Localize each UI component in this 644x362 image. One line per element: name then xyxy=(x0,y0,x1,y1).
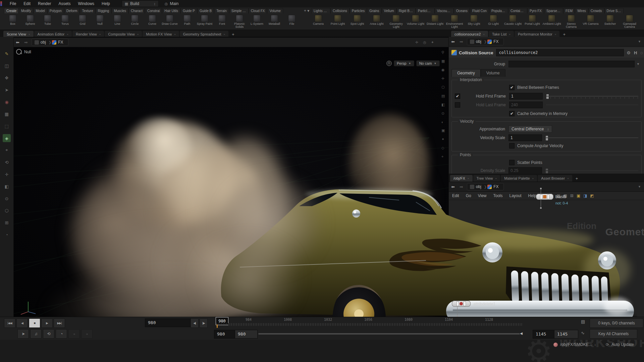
shelf-tab[interactable]: Guide P xyxy=(180,8,197,13)
close-icon[interactable]: × xyxy=(99,33,101,36)
desktop-selector[interactable]: ▦ Build ↕ xyxy=(122,0,159,7)
close-icon[interactable]: × xyxy=(468,177,469,180)
shelf-tab[interactable]: Model xyxy=(33,8,47,13)
pane-tab[interactable]: Asset Browser× xyxy=(538,175,572,182)
group-field[interactable] xyxy=(508,61,635,67)
pane-tab[interactable]: collisionsource2× xyxy=(451,31,488,38)
pane-tab[interactable]: Composite View× xyxy=(105,31,142,38)
keys-status-button[interactable]: 0 keys, 0/0 channels xyxy=(590,318,643,328)
help-icon[interactable]: H xyxy=(634,50,637,55)
shelf-tool[interactable]: Caustic Light xyxy=(503,14,523,28)
shelf-tool[interactable]: Switcher xyxy=(600,14,620,28)
viewport-toolbar-icon[interactable]: ▤ xyxy=(441,94,445,98)
shelf-tab[interactable]: Particle Fl xyxy=(416,8,435,13)
palette-icon[interactable]: ◩ xyxy=(590,193,594,198)
viewport-toolbar-icon[interactable]: ◉ xyxy=(441,68,445,72)
forward-icon[interactable]: ➡ xyxy=(457,184,466,189)
toolbar-icon[interactable]: ◧ xyxy=(3,182,11,190)
pane-tab[interactable]: Scene View× xyxy=(3,31,34,38)
viewport-toolbar-icon[interactable]: ◐ xyxy=(441,120,445,124)
notes-icon[interactable]: ▣ xyxy=(577,193,580,198)
audio-icon[interactable]: ♫ xyxy=(30,329,42,339)
breadcrumb-fx[interactable]: FX xyxy=(51,40,66,45)
breadcrumb-obj[interactable]: obj xyxy=(469,184,484,189)
network-menu-item[interactable]: Layout xyxy=(506,193,525,199)
approximation-dropdown[interactable]: Central Difference↕ xyxy=(508,125,552,133)
shelf-tool[interactable]: Circle xyxy=(126,14,144,28)
network-menu-item[interactable]: Edit xyxy=(449,193,463,199)
playback-start-field[interactable]: 980 xyxy=(235,330,258,339)
pin-icon[interactable]: ✛ xyxy=(413,40,421,45)
chevron-down-icon[interactable]: ▼ xyxy=(638,40,641,43)
shelf-tab[interactable]: Pyro FX xyxy=(527,8,544,13)
toolbar-icon[interactable]: ✎ xyxy=(3,50,11,58)
group-pick-icon[interactable]: ▼ xyxy=(635,62,642,66)
blend-checkbox[interactable]: ✔ xyxy=(509,85,515,90)
toolbar-icon[interactable]: ▦ xyxy=(3,110,11,118)
shelf-tab[interactable]: Viscous Fl xyxy=(435,8,454,13)
key-all-channels-button[interactable]: Key All Channels xyxy=(590,329,637,339)
shelf-tab[interactable]: Polygon xyxy=(47,8,64,13)
shelf-tool[interactable]: Geometry Light xyxy=(386,14,406,28)
pane-tab[interactable]: Performance Monitor× xyxy=(515,31,559,38)
camera-selector[interactable]: No cam▼ xyxy=(416,60,440,66)
viewport-toolbar-icon[interactable]: ▦ xyxy=(441,59,445,63)
node-name-field[interactable]: collisionsource2 xyxy=(496,49,624,56)
pane-tab[interactable]: Animation Editor× xyxy=(34,31,72,38)
playback-end-field[interactable]: 1145 xyxy=(533,330,557,339)
toolbar-icon[interactable]: ⬚ xyxy=(3,122,11,130)
shelf-tool[interactable]: Font xyxy=(213,14,231,28)
shelf-tool[interactable]: Metaball xyxy=(266,14,283,28)
cache-checkbox[interactable]: ✔ xyxy=(509,111,515,116)
gear-icon[interactable]: ⚙ xyxy=(627,50,631,55)
velocity-scale-slider[interactable] xyxy=(545,135,638,141)
shelf-tool[interactable]: Ambient Light xyxy=(542,14,561,28)
shelf-tab[interactable]: Vellum xyxy=(382,8,396,13)
shelf-tool[interactable]: Sphere xyxy=(21,14,39,28)
toolbar-icon[interactable]: ⟲ xyxy=(3,158,11,166)
toolbar-icon[interactable]: ◉ xyxy=(3,98,11,106)
shelf-tab[interactable]: Container xyxy=(508,8,527,13)
shelf-tool[interactable]: Stereo Camera xyxy=(561,14,581,28)
shelf-tab[interactable]: Texture xyxy=(80,8,96,13)
range-slider[interactable]: ◀ xyxy=(258,333,520,335)
hold-first-checkbox[interactable]: ✔ xyxy=(455,94,460,99)
pane-tab[interactable]: Material Palette× xyxy=(501,175,537,182)
shelf-tab[interactable]: Populate C xyxy=(489,8,508,13)
scatter-checkbox[interactable]: ✔ xyxy=(509,160,515,165)
menu-item[interactable]: Edit xyxy=(20,1,34,7)
next-key-icon[interactable]: » xyxy=(81,329,93,339)
shelf-tool[interactable]: Null xyxy=(91,14,109,28)
shelf-tool[interactable]: L-System xyxy=(248,14,266,28)
shelf-tool[interactable]: Spot Light xyxy=(347,14,367,28)
shelf-tab[interactable]: Collisions xyxy=(330,8,350,13)
pane-tab[interactable]: /obj/FX× xyxy=(450,175,473,182)
shelf-tab[interactable]: Wires xyxy=(575,8,588,13)
density-field[interactable]: 0.25 xyxy=(508,167,542,174)
shelf-tab[interactable]: Rigging xyxy=(95,8,111,13)
shelf-tool[interactable]: Platonic Solids xyxy=(231,14,248,28)
toolbar-icon[interactable]: ⊞ xyxy=(3,219,11,227)
shelf-tab[interactable]: Lights and xyxy=(311,8,330,13)
close-icon[interactable]: × xyxy=(67,33,68,36)
shelf-tab[interactable]: Volume xyxy=(267,8,283,13)
viewport-toolbar-icon[interactable]: ⌖ xyxy=(441,155,445,159)
viewport-toolbar-icon[interactable]: ⊙ xyxy=(441,111,445,116)
shelf-tab[interactable]: Constrai xyxy=(145,8,162,13)
shelf-tool[interactable]: Environment Light xyxy=(445,14,464,28)
chevron-down-icon[interactable]: ▼ xyxy=(638,185,641,188)
shelf-tab[interactable]: Create xyxy=(4,8,19,13)
hold-last-field[interactable]: 240 xyxy=(509,102,543,108)
close-icon[interactable]: × xyxy=(137,33,139,36)
shelf-tool[interactable]: Area Light xyxy=(367,14,386,28)
projection-selector[interactable]: Persp▼ xyxy=(394,60,414,66)
shelf-tab[interactable]: Cloud FX xyxy=(249,8,267,13)
pane-tab[interactable]: Motion FX View× xyxy=(143,31,179,38)
viewport-toolbar-icon[interactable]: ▣ xyxy=(441,128,445,133)
image-icon[interactable]: ◨ xyxy=(583,193,587,198)
close-icon[interactable]: × xyxy=(495,177,497,180)
layout-icon[interactable]: ⊞ xyxy=(570,193,574,198)
shelf-tab[interactable]: Hair Utils xyxy=(162,8,180,13)
shelf-tab[interactable]: Muscles xyxy=(111,8,128,13)
lock-camera-icon[interactable]: ⚿ xyxy=(386,61,392,66)
